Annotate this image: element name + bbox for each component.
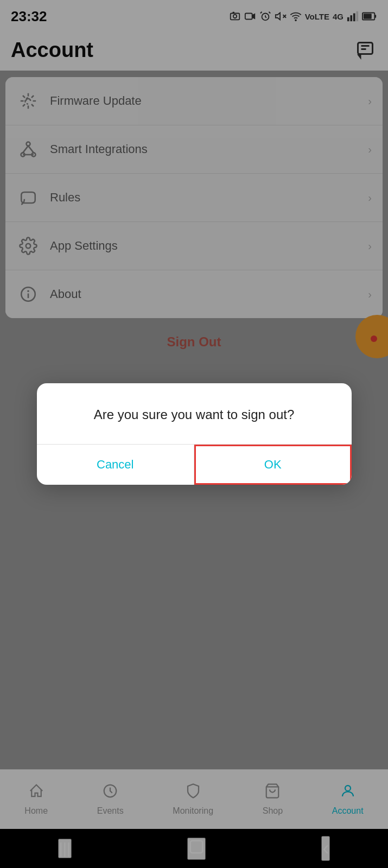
dialog-message: Are you sure you want to sign out? (37, 383, 352, 444)
dialog-actions: Cancel OK (37, 444, 352, 485)
ok-button[interactable]: OK (194, 445, 352, 485)
dialog-overlay: Are you sure you want to sign out? Cance… (0, 0, 388, 868)
sign-out-dialog: Are you sure you want to sign out? Cance… (37, 383, 352, 485)
page-wrapper: 23:32 VoLTE 4G (0, 0, 388, 868)
cancel-button[interactable]: Cancel (37, 445, 195, 485)
